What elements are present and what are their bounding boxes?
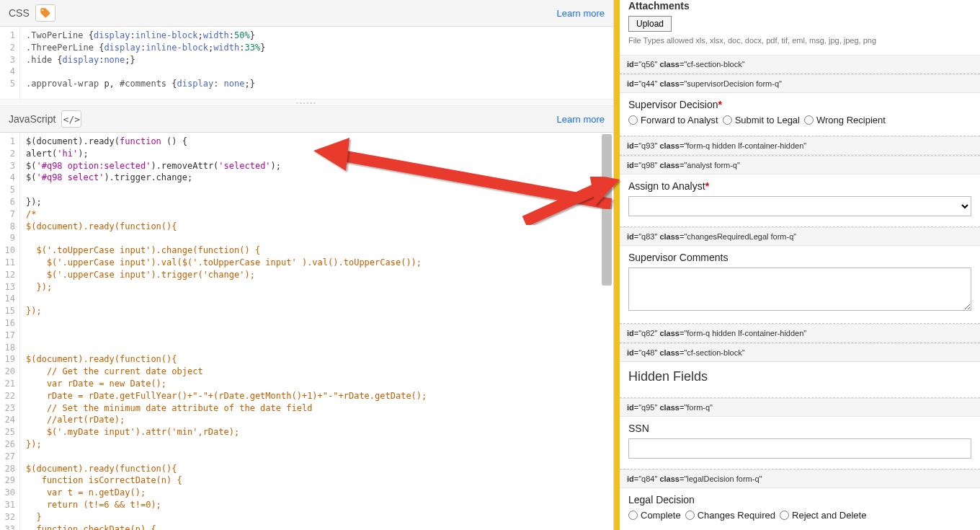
radio-option[interactable]: Submit to Legal [723, 115, 800, 125]
js-learn-more-link[interactable]: Learn more [557, 114, 605, 125]
panel-divider[interactable]: •••••• [0, 99, 613, 106]
css-title: CSS [9, 7, 30, 19]
css-learn-more-link[interactable]: Learn more [557, 8, 605, 19]
select-q98[interactable] [628, 196, 971, 216]
js-code-content[interactable]: $(document).ready(function () {alert('hi… [20, 133, 613, 530]
meta-q84: id="q84" class="legalDecision form-q" [620, 469, 980, 488]
meta-q44: id="q44" class="supervisorDecision form-… [620, 74, 980, 93]
radio-option[interactable]: Wrong Recipient [804, 115, 886, 125]
radio-input[interactable] [628, 511, 638, 520]
meta-q98: id="q98" class="analyst form-q" [620, 156, 980, 175]
field-label: Supervisor Comments [628, 252, 971, 263]
field-label: Supervisor Decision* [628, 99, 971, 110]
css-section-header: CSS Learn more [0, 0, 613, 27]
js-scroll-thumb[interactable] [602, 134, 612, 286]
attachments-title: Attachments [628, 0, 971, 12]
tag-icon[interactable] [35, 4, 55, 22]
field-label: Legal Decision [628, 494, 971, 505]
css-gutter: 12345 [0, 27, 20, 99]
meta-q93: id="q93" class="form-q hidden lf-contain… [620, 136, 980, 155]
radio-option[interactable]: Reject and Delete [780, 510, 866, 521]
css-code-content[interactable]: .TwoPerLine {display:inline-block;width:… [20, 27, 613, 99]
radio-option[interactable]: Forward to Analyst [628, 115, 718, 125]
css-code-area[interactable]: 12345 .TwoPerLine {display:inline-block;… [0, 27, 613, 99]
input-q95[interactable] [628, 438, 971, 459]
radio-input[interactable] [628, 115, 638, 125]
field-label: SSN [628, 423, 971, 434]
js-title: JavaScript [9, 113, 55, 125]
js-code-area[interactable]: 1234567891011121314151617181920212223242… [0, 133, 613, 530]
radio-input[interactable] [804, 115, 814, 125]
radio-option[interactable]: Complete [628, 510, 681, 521]
form-preview-panel: Attachments Upload File Types allowed xl… [614, 0, 980, 530]
meta-q95: id="q95" class="form-q" [620, 398, 980, 417]
radio-input[interactable] [685, 511, 695, 520]
js-scrollbar[interactable] [602, 134, 612, 529]
meta-q48: id="q48" class="cf-section-block" [620, 343, 980, 362]
meta-q56: id="q56" class="cf-section-block" [620, 55, 980, 74]
js-section-header: JavaScript </> Learn more [0, 106, 613, 133]
js-gutter: 1234567891011121314151617181920212223242… [0, 133, 20, 530]
code-icon[interactable]: </> [61, 110, 81, 128]
left-panel: CSS Learn more 12345 .TwoPerLine {displa… [0, 0, 614, 530]
meta-q83: id="q83" class="changesRequiredLegal for… [620, 227, 980, 246]
radio-input[interactable] [723, 115, 732, 125]
upload-hint: File Types allowed xls, xlsx, doc, docx,… [628, 36, 971, 45]
radio-option[interactable]: Changes Required [685, 510, 775, 521]
radio-input[interactable] [780, 511, 789, 520]
field-label: Assign to Analyst* [628, 180, 971, 192]
section-heading: Hidden Fields [628, 368, 971, 387]
meta-q82: id="q82" class="form-q hidden lf-contain… [620, 324, 980, 343]
upload-button[interactable]: Upload [628, 16, 672, 32]
textarea-q83[interactable] [628, 268, 971, 311]
